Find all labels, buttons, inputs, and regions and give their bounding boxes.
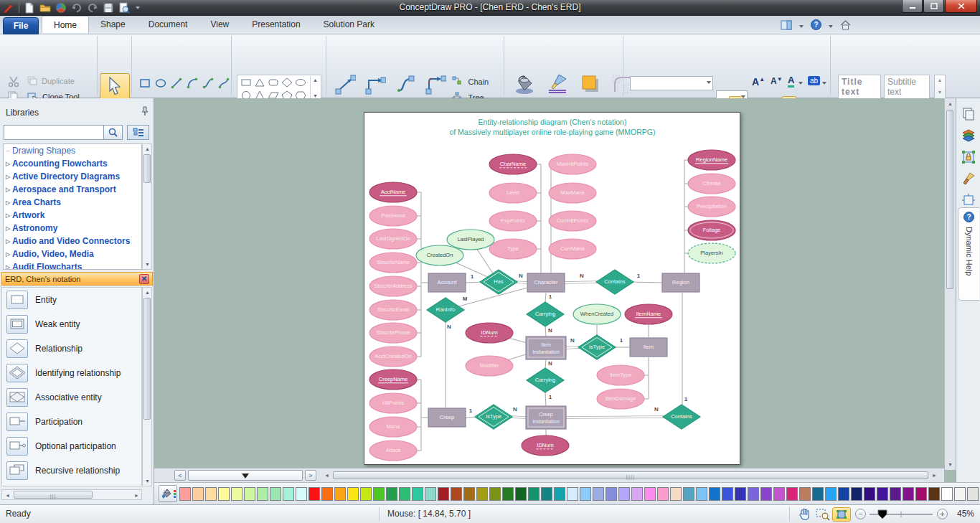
palette-color[interactable] (257, 487, 268, 501)
palette-color[interactable] (347, 487, 359, 501)
undo-icon[interactable] (71, 2, 83, 14)
canvas-vertical-scrollbar[interactable]: ▲ ▼ (944, 98, 956, 470)
palette-color[interactable] (606, 487, 617, 501)
diagram-node-attack[interactable]: Attack (369, 440, 417, 461)
diagram-node-sbscrbrname[interactable]: SbscrbrName (369, 253, 417, 273)
palette-color[interactable] (657, 487, 669, 501)
diagram-node-type[interactable]: Type (489, 239, 537, 259)
shape-ellipse[interactable] (293, 76, 307, 89)
library-item-accounting-flowcharts[interactable]: ▷Accounting Flowcharts (4, 157, 141, 170)
shape-rectangle[interactable] (239, 76, 253, 89)
diagram-node-carrying[interactable]: Carrying (527, 302, 564, 326)
diagram-node-foliage[interactable]: Foliage (688, 220, 735, 240)
palette-color[interactable] (915, 487, 927, 501)
diagram-node-sbscrbremail[interactable]: SbscrbrEmail (369, 300, 417, 320)
palette-color[interactable] (192, 487, 204, 501)
cut-icon[interactable] (7, 76, 20, 88)
library-item-area-charts[interactable]: ▷Area Charts (4, 196, 141, 209)
tab-solution-park[interactable]: Solution Park (312, 16, 386, 33)
layers-panel-icon[interactable] (961, 128, 976, 143)
diagram-node-character[interactable]: Character (527, 273, 565, 292)
duplicate-button[interactable]: Duplicate (27, 76, 75, 86)
tab-view[interactable]: View (199, 16, 240, 33)
bezier-tool-icon[interactable] (218, 77, 230, 89)
diagram-node-climate[interactable]: Climate (688, 174, 735, 194)
diagram-node-lastplayed[interactable]: LastPlayed (447, 230, 494, 250)
palette-color[interactable] (218, 487, 230, 501)
scroll-down-arrow[interactable]: ▼ (946, 460, 955, 469)
size-position-icon[interactable] (961, 193, 976, 207)
help-caret[interactable] (829, 25, 833, 28)
palette-color[interactable] (709, 487, 720, 501)
diagram-node-item[interactable]: Item (630, 338, 667, 357)
diagram-node-sbscrbrphone[interactable]: SbscrbrPhone (369, 323, 417, 343)
diagram-node-istype[interactable]: IsType (578, 335, 616, 359)
diagram-node-carrying[interactable]: Carrying (527, 368, 564, 392)
scroll-up-arrow[interactable]: ▲ (946, 99, 955, 108)
palette-color[interactable] (463, 487, 475, 501)
palette-color[interactable] (722, 487, 733, 501)
active-library-header[interactable]: ERD, Chen's notation ✕ (1, 272, 153, 286)
diagram-node-modifier[interactable]: Modifier (466, 356, 513, 376)
diagram-node-creepname[interactable]: CreepName (369, 369, 417, 390)
diagram-node-idnum[interactable]: IDNum (466, 323, 513, 343)
palette-color[interactable] (967, 487, 979, 501)
diagram-node-maxhitpoints[interactable]: MaxHitPoints (549, 154, 596, 174)
expand-triangle-icon[interactable]: ▷ (4, 161, 12, 167)
diagram-node-itemdamage[interactable]: ItemDamage (597, 389, 644, 409)
palette-color[interactable] (270, 487, 281, 501)
diagram-connector[interactable] (545, 326, 546, 336)
color-wheel-icon[interactable] (55, 2, 67, 14)
palette-color[interactable] (541, 487, 552, 501)
palette-color[interactable] (425, 487, 436, 501)
diagram-connector[interactable] (545, 359, 546, 369)
document-page[interactable]: AcctNamePasswordLastSignedOnSbscrbrNameS… (364, 112, 740, 465)
diagram-title-line1[interactable]: Entity-relationship diagram (Chen's nota… (479, 118, 627, 126)
diagram-node-raninfo[interactable]: RanInfo (427, 298, 464, 322)
diagram-title-line2[interactable]: of Massively multiplayer online role-pla… (449, 128, 655, 136)
palette-color[interactable] (735, 487, 746, 501)
spline-tool-icon[interactable] (202, 77, 214, 89)
library-item-drawing-shapes[interactable]: ┄Drawing Shapes (4, 144, 141, 157)
diagram-node-currhitpoints[interactable]: CurrHitPoints (549, 211, 596, 231)
diagram-node-maxmana[interactable]: MaxMana (549, 183, 596, 203)
maximize-button[interactable] (923, 0, 944, 13)
grow-font-button[interactable]: A▲ (752, 76, 765, 88)
next-page-button[interactable]: > (305, 470, 316, 481)
library-item-active-directory-diagrams[interactable]: ▷Active Directory Diagrams (4, 170, 141, 183)
format-brush-icon[interactable] (961, 171, 976, 186)
shapes-scroll-down[interactable]: ▼ (313, 93, 318, 98)
pin-icon[interactable] (141, 106, 149, 116)
diagram-node-lastsignedon[interactable]: LastSignedOn (369, 229, 417, 249)
diagram-node-currmana[interactable]: CurrMana (549, 239, 596, 259)
palette-color[interactable] (489, 487, 501, 501)
stencil-recursive-relationship[interactable]: Recursive relationship (2, 458, 141, 483)
palette-color[interactable] (386, 487, 397, 501)
palette-color[interactable] (412, 487, 423, 501)
palette-color[interactable] (205, 487, 217, 501)
libraries-list-scrollbar[interactable]: ▲ ▼ (142, 143, 152, 270)
palette-color[interactable] (851, 487, 862, 501)
arc-tool-icon[interactable] (187, 77, 198, 89)
save-icon[interactable] (103, 2, 114, 14)
ellipse-tool-icon[interactable] (155, 77, 166, 89)
scroll-down-arrow[interactable]: ▼ (143, 476, 152, 486)
palette-color[interactable] (903, 487, 914, 501)
tab-file[interactable]: File (3, 17, 39, 34)
lock-panel-icon[interactable] (961, 150, 976, 164)
diagram-node-account[interactable]: Account (428, 273, 466, 292)
palette-color[interactable] (954, 487, 966, 501)
palette-color[interactable] (864, 487, 875, 501)
diagram-node-contains[interactable]: Contains (596, 270, 633, 294)
palette-color[interactable] (941, 487, 953, 501)
palette-color[interactable] (231, 487, 242, 501)
library-item-audio-and-video-connectors[interactable]: ▷Audio and Video Connectors (4, 235, 141, 248)
help-icon[interactable]: ? (811, 19, 821, 33)
palette-color[interactable] (244, 487, 255, 501)
diagram-node-sbscrbraddress[interactable]: SbscrbrAddress (369, 276, 417, 296)
new-document-icon[interactable] (24, 2, 35, 14)
shape-triangle[interactable] (253, 76, 266, 89)
palette-color[interactable] (476, 487, 488, 501)
palette-color[interactable] (451, 487, 462, 501)
diagram-node-has[interactable]: Has (480, 270, 517, 294)
